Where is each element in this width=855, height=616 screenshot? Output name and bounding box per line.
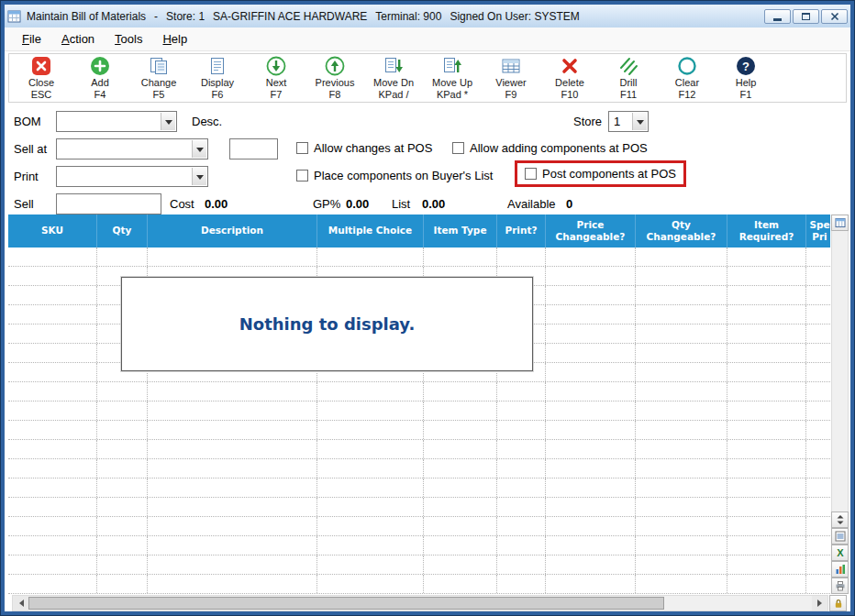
sell-field[interactable] — [56, 193, 161, 214]
toolbar-viewer-button[interactable]: Viewer F9 — [482, 55, 540, 101]
layout-button[interactable] — [831, 528, 849, 544]
grid-cell — [97, 440, 148, 458]
column-header-price-changeable[interactable]: Price Changeable? — [546, 214, 636, 248]
toolbar-button-key: F10 — [561, 89, 579, 101]
grid-cell — [727, 517, 806, 535]
grid-cell — [497, 498, 546, 516]
grid-cell — [727, 478, 806, 497]
grid-cell — [727, 402, 806, 420]
column-header-description[interactable]: Description — [148, 214, 317, 248]
column-header-item-type[interactable]: Item Type — [424, 214, 497, 248]
toolbar-next-button[interactable]: Next F7 — [247, 55, 305, 101]
grid-cell — [148, 440, 317, 458]
post-components-checkbox[interactable]: Post components at POS — [525, 167, 676, 181]
toolbar-add-button[interactable]: Add F4 — [71, 55, 129, 101]
chevron-down-icon[interactable] — [192, 140, 206, 158]
toolbar-button-label: Previous — [316, 77, 355, 89]
grid-cell — [424, 440, 497, 458]
grid-cell — [636, 556, 727, 574]
column-header-qty[interactable]: Qty — [97, 214, 148, 248]
toolbar-move-up-button[interactable]: Move Up KPad * — [423, 55, 482, 101]
toolbar-button-key: F9 — [505, 89, 517, 101]
grid-cell — [727, 421, 806, 439]
allow-adding-checkbox[interactable]: Allow adding components at POS — [452, 141, 648, 155]
toolbar-delete-button[interactable]: Delete F10 — [540, 55, 599, 101]
menu-file[interactable]: File — [12, 28, 51, 50]
grid-cell — [8, 324, 97, 343]
grid-cell — [546, 363, 636, 381]
title-separator: - — [154, 10, 158, 23]
menu-tools[interactable]: Tools — [105, 28, 152, 50]
grid-row — [8, 440, 830, 459]
horizontal-scrollbar[interactable] — [12, 595, 828, 611]
previous-icon — [325, 55, 345, 77]
close-window-button[interactable] — [821, 9, 848, 24]
sell-label: Sell — [14, 197, 34, 211]
grid-cell — [546, 536, 636, 555]
grid-cell — [8, 536, 97, 555]
grid-cell — [806, 478, 830, 497]
lock-button[interactable] — [829, 595, 847, 611]
post-components-highlight: Post components at POS — [515, 160, 686, 187]
column-header-multiple-choice[interactable]: Multiple Choice — [317, 214, 424, 248]
print-label: Print — [14, 170, 39, 183]
grid-cell — [424, 459, 497, 478]
row-size-button[interactable] — [831, 512, 849, 528]
grid-cell — [546, 421, 636, 439]
grid-cell — [636, 575, 727, 593]
minimize-button[interactable] — [764, 9, 791, 24]
chevron-down-icon[interactable] — [632, 113, 647, 130]
column-header-sku[interactable]: SKU — [8, 214, 97, 248]
toolbar-button-key: F11 — [620, 89, 637, 101]
buyers-list-checkbox[interactable]: Place components on Buyer's List — [296, 169, 493, 182]
print-button[interactable] — [831, 578, 849, 594]
grid-cell — [806, 402, 830, 420]
bom-combo[interactable] — [56, 111, 177, 132]
export-button[interactable]: X — [831, 544, 849, 561]
sell-at-aux-field[interactable] — [229, 138, 278, 160]
column-header-print[interactable]: Print? — [497, 214, 546, 248]
grid-cell — [546, 478, 636, 497]
print-combo[interactable] — [56, 166, 208, 187]
toolbar-button-key: F1 — [740, 89, 752, 101]
grid-cell — [546, 402, 636, 420]
column-header-item-required[interactable]: Item Required? — [727, 214, 806, 248]
bar-chart-icon — [835, 564, 846, 575]
grid-menu-button[interactable] — [831, 214, 849, 231]
grid-cell — [97, 459, 148, 478]
toolbar-move-down-button[interactable]: Move Dn KPad / — [364, 55, 423, 101]
grid-cell — [806, 382, 830, 401]
toolbar-close-button[interactable]: Close ESC — [12, 55, 71, 101]
grid-cell — [317, 556, 424, 574]
sell-at-combo[interactable] — [56, 138, 208, 160]
grid-cell — [317, 382, 424, 401]
menu-help[interactable]: Help — [152, 28, 197, 50]
toolbar-help-button[interactable]: ? Help F1 — [716, 55, 775, 101]
toolbar-clear-button[interactable]: Clear F12 — [658, 55, 716, 101]
grid-cell — [727, 363, 806, 381]
toolbar-previous-button[interactable]: Previous F8 — [305, 55, 364, 101]
scroll-right-arrow[interactable] — [812, 596, 827, 610]
column-header-spec-price[interactable]: Spe Pri — [806, 214, 830, 248]
grid-cell — [636, 363, 727, 381]
column-header-qty-changeable[interactable]: Qty Changeable? — [636, 214, 727, 248]
chevron-down-icon[interactable] — [161, 113, 175, 130]
horizontal-scrollbar-thumb[interactable] — [28, 597, 664, 610]
allow-changes-checkbox[interactable]: Allow changes at POS — [296, 141, 432, 155]
menu-action[interactable]: Action — [51, 28, 105, 50]
grid-cell — [636, 286, 727, 304]
checkbox-box — [296, 142, 308, 154]
store-combo[interactable]: 1 — [608, 111, 649, 132]
desc-label: Desc. — [192, 115, 222, 128]
grid-cell — [497, 459, 546, 478]
grid-cell — [424, 421, 497, 439]
vertical-scrollbar-track[interactable] — [831, 231, 849, 512]
toolbar-drill-button[interactable]: Drill F11 — [599, 55, 658, 101]
scroll-left-arrow[interactable] — [13, 596, 28, 610]
chevron-down-icon[interactable] — [192, 168, 206, 185]
components-grid: SKUQtyDescriptionMultiple ChoiceItem Typ… — [8, 214, 830, 594]
toolbar-display-button[interactable]: Display F6 — [188, 55, 247, 101]
maximize-button[interactable] — [793, 9, 819, 24]
chart-button[interactable] — [831, 561, 849, 578]
toolbar-change-button[interactable]: Change F5 — [129, 55, 188, 101]
